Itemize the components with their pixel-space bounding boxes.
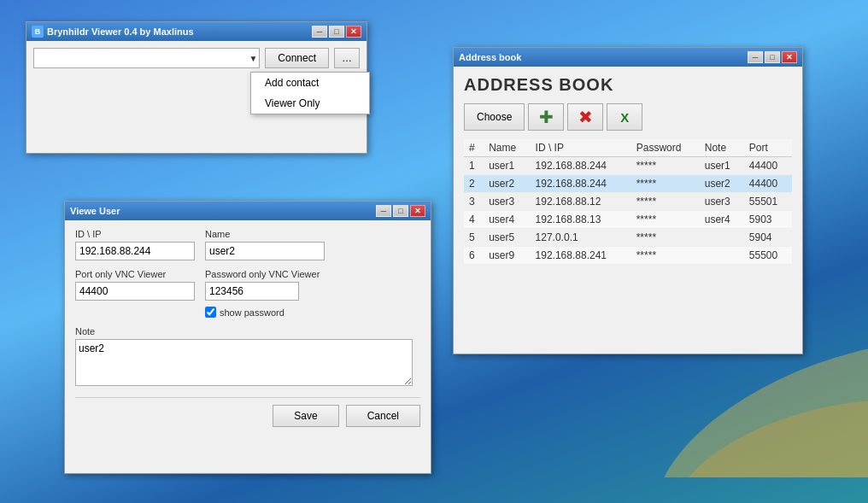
cell-num: 2 [464, 175, 484, 193]
viewer-minimize-button[interactable]: ─ [376, 205, 391, 217]
brynhildr-titlebar: B Brynhildr Viewer 0.4 by Maxlinus ─ □ ✕ [26, 22, 367, 41]
brynhildr-window: B Brynhildr Viewer 0.4 by Maxlinus ─ □ ✕… [26, 21, 367, 154]
password-input[interactable] [205, 282, 299, 301]
col-header-ip: ID \ IP [531, 139, 631, 157]
name-group: Name [205, 229, 325, 260]
id-ip-group: ID \ IP [75, 229, 195, 260]
form-row-2: Port only VNC Viewer Password only VNC V… [75, 269, 420, 318]
address-book-window: Address book ─ □ ✕ ADDRESS BOOK Choose ✚… [453, 47, 803, 354]
cell-num: 6 [464, 247, 484, 265]
address-book-controls: ─ □ ✕ [748, 51, 797, 63]
connect-button[interactable]: Connect [265, 48, 329, 68]
cell-password: ***** [631, 193, 700, 211]
add-contact-menuitem[interactable]: Add contact [251, 73, 369, 93]
port-input[interactable] [75, 282, 195, 301]
cell-port: 5904 [744, 229, 792, 247]
viewer-maximize-button[interactable]: □ [393, 205, 408, 217]
viewer-user-content: ID \ IP Name Port only VNC Viewer Passwo… [65, 220, 431, 436]
cell-ip: 192.168.88.244 [531, 157, 631, 175]
table-row[interactable]: 2user2192.168.88.244*****user244400 [464, 175, 792, 193]
cell-name: user3 [484, 193, 530, 211]
ab-maximize-button[interactable]: □ [765, 51, 780, 63]
cell-name: user1 [484, 157, 530, 175]
col-header-num: # [464, 139, 484, 157]
address-book-titlebar: Address book ─ □ ✕ [454, 48, 802, 67]
table-row[interactable]: 3user3192.168.88.12*****user355501 [464, 193, 792, 211]
password-group: Password only VNC Viewer show password [205, 269, 320, 318]
cancel-button[interactable]: Cancel [346, 405, 420, 427]
cell-ip: 192.168.88.12 [531, 193, 631, 211]
cell-note [700, 229, 744, 247]
cell-note: user2 [700, 175, 744, 193]
table-row[interactable]: 6user9192.168.88.241*****55500 [464, 247, 792, 265]
cell-note: user1 [700, 157, 744, 175]
address-table-body: 1user1192.168.88.244*****user1444002user… [464, 157, 792, 265]
cell-name: user9 [484, 247, 530, 265]
viewer-only-menuitem[interactable]: Viewer Only [251, 93, 369, 114]
brynhildr-top-row: ▼ Connect … [33, 48, 360, 68]
connection-dropdown-wrapper: ▼ [33, 48, 260, 68]
viewer-user-title: Viewe User [70, 206, 120, 216]
name-input[interactable] [205, 242, 325, 260]
close-button[interactable]: ✕ [346, 26, 361, 38]
cell-num: 3 [464, 193, 484, 211]
cell-password: ***** [631, 247, 700, 265]
connection-dropdown[interactable] [33, 48, 260, 68]
maximize-button[interactable]: □ [329, 26, 344, 38]
address-table: # Name ID \ IP Password Note Port 1user1… [464, 139, 792, 265]
note-label: Note [75, 326, 420, 336]
remove-contact-icon: ✖ [578, 107, 593, 127]
cell-note [700, 247, 744, 265]
cell-port: 44400 [744, 175, 792, 193]
brynhildr-title: Brynhildr Viewer 0.4 by Maxlinus [47, 26, 194, 37]
dialog-buttons: Save Cancel [75, 397, 420, 427]
remove-contact-button[interactable]: ✖ [567, 103, 603, 131]
cell-port: 5903 [744, 211, 792, 229]
add-contact-button[interactable]: ✚ [528, 103, 564, 131]
address-book-toolbar: Choose ✚ ✖ X [464, 103, 792, 131]
cell-note: user3 [700, 193, 744, 211]
cell-port: 44400 [744, 157, 792, 175]
cell-password: ***** [631, 211, 700, 229]
cell-ip: 192.168.88.13 [531, 211, 631, 229]
show-password-row: show password [205, 307, 320, 318]
table-row[interactable]: 5user5127.0.0.1*****5904 [464, 229, 792, 247]
add-contact-icon: ✚ [539, 107, 554, 127]
cell-port: 55501 [744, 193, 792, 211]
cell-ip: 192.168.88.244 [531, 175, 631, 193]
brynhildr-content: ▼ Connect … [26, 41, 367, 75]
ab-minimize-button[interactable]: ─ [748, 51, 763, 63]
note-textarea[interactable] [75, 339, 413, 386]
export-excel-button[interactable]: X [607, 103, 642, 131]
minimize-button[interactable]: ─ [312, 26, 327, 38]
cell-password: ***** [631, 175, 700, 193]
cell-num: 5 [464, 229, 484, 247]
col-header-name: Name [484, 139, 530, 157]
cell-note: user4 [700, 211, 744, 229]
table-row[interactable]: 4user4192.168.88.13*****user45903 [464, 211, 792, 229]
id-ip-input[interactable] [75, 242, 195, 260]
col-header-port: Port [744, 139, 792, 157]
note-group: Note [75, 326, 420, 389]
window-controls: ─ □ ✕ [312, 26, 361, 38]
choose-button[interactable]: Choose [464, 103, 525, 131]
viewer-user-controls: ─ □ ✕ [376, 205, 425, 217]
viewer-user-titlebar: Viewe User ─ □ ✕ [65, 202, 431, 220]
cell-password: ***** [631, 157, 700, 175]
ab-close-button[interactable]: ✕ [782, 51, 797, 63]
cell-name: user2 [484, 175, 530, 193]
save-button[interactable]: Save [273, 405, 338, 427]
table-row[interactable]: 1user1192.168.88.244*****user144400 [464, 157, 792, 175]
name-label: Name [205, 229, 325, 239]
address-book-content: ADDRESS BOOK Choose ✚ ✖ X # Name ID \ IP… [454, 67, 802, 273]
port-label: Port only VNC Viewer [75, 269, 195, 279]
show-password-checkbox[interactable] [205, 307, 216, 318]
extra-button[interactable]: … [334, 48, 360, 68]
password-label: Password only VNC Viewer [205, 269, 320, 279]
address-book-heading: ADDRESS BOOK [464, 75, 792, 95]
address-book-window-title: Address book [459, 52, 521, 62]
cell-port: 55500 [744, 247, 792, 265]
viewer-close-button[interactable]: ✕ [410, 205, 425, 217]
cell-num: 4 [464, 211, 484, 229]
cell-password: ***** [631, 229, 700, 247]
